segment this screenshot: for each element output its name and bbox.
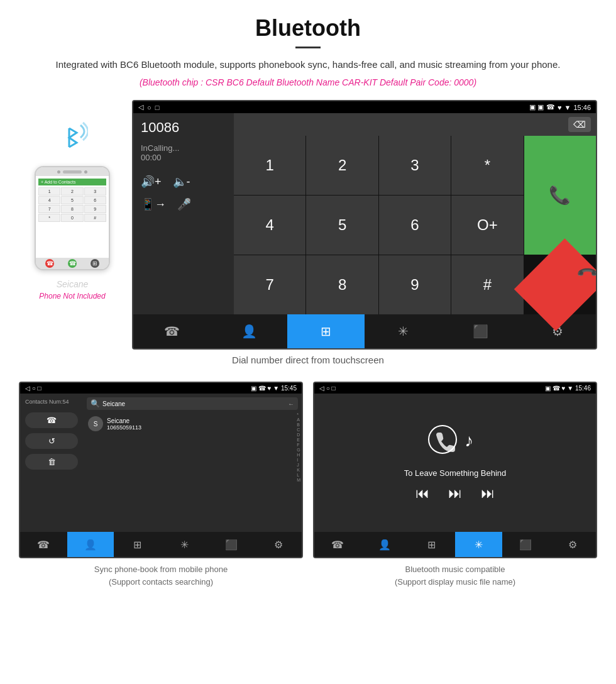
car-status-right: ▣ ▣ ☎ ♥ ▼ 15:46 — [529, 103, 591, 111]
dial-input[interactable] — [239, 119, 564, 130]
page-title: Bluetooth — [25, 15, 591, 41]
notification-icons: ▣ ▣ — [529, 103, 544, 111]
music-nav-icons: ◁ ○ □ — [319, 385, 336, 392]
location-icon: ♥ — [558, 104, 562, 111]
header-description: Integrated with BC6 Bluetooth module, su… — [25, 57, 591, 72]
contacts-sub-label: (Support contacts searching) — [94, 576, 228, 588]
time-display: 15:46 — [573, 104, 591, 111]
mic-icon[interactable]: 🎤 — [177, 197, 191, 211]
contacts-status-bar: ◁ ○ □ ▣ ☎ ♥ ▼ 15:45 — [20, 383, 302, 394]
car-nav-transfer[interactable]: ⬛ — [442, 314, 519, 348]
seicane-watermark: Seicane — [57, 279, 89, 289]
contacts-nav-dialpad[interactable]: ⊞ — [114, 532, 161, 557]
contacts-nav-bar: ☎ 👤 ⊞ ✳ ⬛ ⚙ — [20, 532, 302, 557]
contact-phone: 10655059113 — [107, 424, 141, 431]
backspace-button[interactable]: ⌫ — [568, 117, 591, 132]
contact-list-item[interactable]: S Seicane 10655059113 — [87, 414, 298, 434]
contacts-search-bar[interactable]: 🔍 ← — [87, 397, 298, 410]
car-status-bar: ◁ ○ □ ▣ ▣ ☎ ♥ ▼ 15:46 — [133, 101, 596, 113]
music-status-bar: ◁ ○ □ ▣ ☎ ♥ ▼ 15:46 — [314, 383, 596, 394]
car-phone-number: 10086 — [141, 119, 226, 136]
phone-screen: + Add to Contacts 1 2 3 4 5 6 7 8 9 * 0 … — [36, 176, 109, 258]
car-nav-phone[interactable]: ☎ — [133, 314, 211, 348]
contacts-delete-btn[interactable]: 🗑 — [25, 454, 78, 470]
contacts-nav-settings[interactable]: ⚙ — [255, 532, 302, 557]
contacts-right-panel: 🔍 ← S Seicane 10655059113 * A — [83, 394, 302, 532]
phone-end-btn: ☎ — [45, 259, 54, 268]
music-sub-label: (Support display music file name) — [395, 576, 515, 588]
contacts-main: Contacts Num:54 ☎ ↺ 🗑 🔍 ← S Seicane — [20, 394, 302, 532]
dial-key-6[interactable]: 6 — [379, 196, 451, 255]
car-right-panel: ⌫ 1 2 3 * 📞 4 5 6 O+ 7 8 9 — [234, 113, 596, 314]
page-header: Bluetooth Integrated with BC6 Bluetooth … — [0, 0, 616, 94]
dial-key-4[interactable]: 4 — [234, 196, 305, 255]
phone-bottom-bar: ☎ ☎ ⊞ — [36, 258, 109, 269]
volume-down-icon[interactable]: 🔈- — [173, 175, 190, 189]
dial-key-2[interactable]: 2 — [306, 136, 378, 195]
phone-call-btn: ☎ — [68, 259, 77, 268]
contacts-left-panel: Contacts Num:54 ☎ ↺ 🗑 — [20, 394, 83, 532]
alpha-list: * A B C D E F G H I J K L M — [297, 412, 300, 482]
phone-mockup: + Add to Contacts 1 2 3 4 5 6 7 8 9 * 0 … — [35, 166, 110, 270]
car-nav-dialpad[interactable]: ⊞ — [287, 314, 365, 348]
contacts-screen: ◁ ○ □ ▣ ☎ ♥ ▼ 15:45 Contacts Num:54 ☎ ↺ … — [19, 382, 303, 558]
phone-menu-btn: ⊞ — [91, 259, 99, 268]
music-play-btn[interactable]: ⏭ — [448, 485, 462, 502]
volume-up-icon[interactable]: 🔊+ — [141, 175, 162, 189]
car-calling-label: InCalling... — [141, 143, 226, 153]
dial-key-call[interactable]: 📞 — [524, 136, 596, 255]
music-nav-settings[interactable]: ⚙ — [549, 532, 596, 557]
dial-key-5[interactable]: 5 — [306, 196, 378, 255]
contacts-search-input[interactable] — [102, 400, 285, 407]
contacts-main-label: Sync phone-book from mobile phone — [94, 563, 228, 576]
bluetooth-icon — [57, 119, 88, 162]
car-controls: 🔊+ 🔈- 📱→ 🎤 — [141, 175, 226, 211]
music-status-icons: ▣ ☎ ♥ ▼ 15:46 — [545, 385, 591, 392]
back-icon: ◁ — [138, 103, 143, 111]
music-label: Bluetooth music compatible (Support disp… — [395, 563, 515, 588]
music-nav-phone[interactable]: ☎ — [314, 532, 361, 557]
contacts-count: Contacts Num:54 — [25, 399, 78, 405]
car-nav-bar: ☎ 👤 ⊞ ✳ ⬛ ⚙ — [133, 314, 596, 348]
svg-text:♪: ♪ — [465, 431, 473, 450]
dial-keypad: 1 2 3 * 📞 4 5 6 O+ 7 8 9 # 📞 — [234, 136, 596, 314]
contacts-nav-transfer[interactable]: ⬛ — [208, 532, 255, 557]
music-icon-area: ♪ — [427, 424, 483, 461]
music-next-btn[interactable]: ⏭ — [481, 485, 495, 502]
contacts-sync-btn[interactable]: ↺ — [25, 433, 78, 449]
dial-key-8[interactable]: 8 — [306, 255, 378, 314]
dial-key-0plus[interactable]: O+ — [451, 196, 523, 255]
contacts-nav-bluetooth[interactable]: ✳ — [161, 532, 208, 557]
car-nav-contacts[interactable]: 👤 — [211, 314, 288, 348]
dial-key-hash[interactable]: # — [451, 255, 523, 314]
dial-key-star[interactable]: * — [451, 136, 523, 195]
contacts-nav-phone[interactable]: ☎ — [20, 532, 67, 557]
contacts-nav-icons: ◁ ○ □ — [25, 385, 41, 392]
car-nav-bluetooth[interactable]: ✳ — [365, 314, 442, 348]
dial-key-9[interactable]: 9 — [379, 255, 451, 314]
car-volume-row: 🔊+ 🔈- — [141, 175, 226, 189]
music-note-icon: ♪ — [465, 429, 483, 456]
music-nav-transfer[interactable]: ⬛ — [502, 532, 549, 557]
music-screen: ◁ ○ □ ▣ ☎ ♥ ▼ 15:46 ♪ — [313, 382, 597, 558]
music-nav-contacts[interactable]: 👤 — [361, 532, 409, 557]
dial-key-7[interactable]: 7 — [234, 255, 305, 314]
recent-icon: □ — [155, 104, 160, 111]
home-icon: ○ — [147, 104, 151, 111]
music-nav-bluetooth[interactable]: ✳ — [455, 532, 502, 557]
car-main-area: 10086 InCalling... 00:00 🔊+ 🔈- 📱→ 🎤 — [133, 113, 596, 314]
contacts-backspace[interactable]: ← — [288, 400, 294, 407]
transfer-icon[interactable]: 📱→ — [141, 197, 166, 211]
contacts-label: Sync phone-book from mobile phone (Suppo… — [94, 563, 228, 588]
music-prev-btn[interactable]: ⏮ — [415, 485, 429, 502]
contacts-call-btn[interactable]: ☎ — [25, 412, 78, 428]
car-dial-screen: ◁ ○ □ ▣ ▣ ☎ ♥ ▼ 15:46 10086 InCalling...… — [132, 100, 597, 350]
music-nav-dialpad[interactable]: ⊞ — [408, 532, 455, 557]
dial-key-3[interactable]: 3 — [379, 136, 451, 195]
dial-key-1[interactable]: 1 — [234, 136, 305, 195]
contacts-nav-contacts[interactable]: 👤 — [67, 532, 114, 557]
header-specs: (Bluetooth chip : CSR BC6 Default Blueto… — [25, 77, 591, 87]
phone-dial-grid: 1 2 3 4 5 6 7 8 9 * 0 # — [38, 187, 106, 222]
search-icon: 🔍 — [91, 399, 100, 408]
music-phone-icon — [427, 424, 458, 461]
